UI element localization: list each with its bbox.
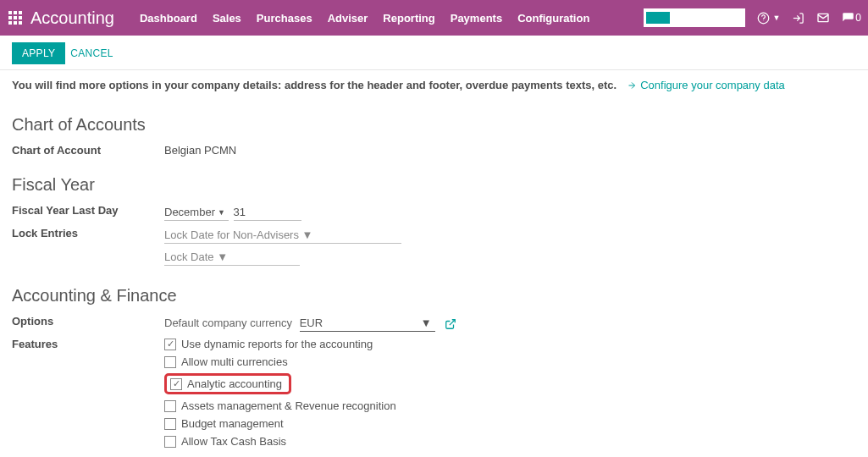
feature-label: Budget management [181, 417, 284, 430]
chart-of-account-label: Chart of Account [12, 141, 164, 157]
nav-reporting[interactable]: Reporting [383, 12, 434, 25]
help-icon[interactable]: ▼ [757, 12, 780, 25]
feature-label: Allow multi currencies [181, 355, 288, 368]
nav-menu: Dashboard Sales Purchases Adviser Report… [140, 12, 644, 25]
fiscal-day-input[interactable]: 31 [234, 204, 301, 221]
caret-down-icon: ▼ [217, 251, 228, 263]
lock-date-placeholder: Lock Date [164, 251, 214, 263]
options-label: Options [12, 312, 164, 328]
fiscal-month-select[interactable]: December ▼ [164, 204, 229, 221]
nav-configuration[interactable]: Configuration [517, 12, 589, 25]
lock-non-adv-placeholder: Lock Date for Non-Advisers [164, 228, 299, 241]
settings-content: Chart of Accounts Chart of Account Belgi… [0, 95, 868, 457]
configure-company-link[interactable]: Configure your company data [627, 79, 785, 91]
apply-button[interactable]: APPLY [12, 42, 65, 64]
feature-checkbox[interactable] [164, 339, 176, 350]
top-navbar: Accounting Dashboard Sales Purchases Adv… [0, 0, 868, 36]
currency-value: EUR [300, 317, 323, 329]
lock-entries-label: Lock Entries [12, 224, 164, 240]
nav-sales[interactable]: Sales [213, 12, 241, 25]
feature-checkbox[interactable] [164, 356, 176, 368]
lock-date-non-advisers-input[interactable]: Lock Date for Non-Advisers ▼ [164, 227, 401, 244]
nav-adviser[interactable]: Adviser [328, 12, 368, 25]
mail-icon[interactable] [816, 11, 830, 25]
signin-icon[interactable] [792, 12, 804, 25]
nav-payments[interactable]: Payments [451, 12, 502, 25]
chat-count: 0 [855, 12, 861, 24]
feature-label: Assets management & Revenue recognition [181, 399, 396, 412]
app-title: Accounting [30, 8, 114, 28]
topbar-right: ▼ 0 [644, 8, 861, 27]
feature-row: Allow multi currencies [164, 355, 856, 368]
highlighted-feature: Analytic accounting [164, 373, 291, 394]
caret-down-icon: ▼ [218, 208, 225, 217]
caret-down-icon: ▼ [302, 228, 313, 241]
fiscal-last-day-label: Fiscal Year Last Day [12, 201, 164, 217]
features-label: Features [12, 335, 164, 350]
action-buttons-row: APPLY CANCEL [0, 36, 868, 70]
feature-checkbox[interactable] [164, 436, 176, 448]
feature-label: Allow Tax Cash Basis [181, 435, 286, 448]
section-accounting-finance: Accounting & Finance [12, 286, 856, 306]
feature-row: Analytic accounting [164, 373, 856, 394]
chat-icon[interactable]: 0 [842, 12, 861, 25]
configure-company-label: Configure your company data [640, 79, 785, 91]
apps-icon[interactable] [7, 9, 24, 26]
feature-checkbox[interactable] [164, 400, 176, 412]
feature-row: Allow Tax Cash Basis [164, 435, 856, 448]
nav-dashboard[interactable]: Dashboard [140, 12, 197, 25]
external-link-icon[interactable] [445, 317, 456, 329]
chart-of-account-value: Belgian PCMN [164, 141, 856, 157]
nav-purchases[interactable]: Purchases [257, 12, 312, 25]
feature-label: Analytic accounting [187, 377, 282, 390]
section-fiscal-year: Fiscal Year [12, 175, 856, 195]
caret-down-icon: ▼ [772, 14, 780, 22]
feature-checkbox[interactable] [164, 418, 176, 430]
company-selector[interactable] [644, 8, 745, 27]
cancel-button[interactable]: CANCEL [70, 47, 113, 59]
feature-row: Use dynamic reports for the accounting [164, 338, 856, 350]
info-text: You will find more options in your compa… [12, 79, 616, 91]
caret-down-icon: ▼ [421, 317, 432, 329]
arrow-icon [627, 80, 637, 91]
info-line: You will find more options in your compa… [0, 70, 868, 95]
section-chart-of-accounts: Chart of Accounts [12, 115, 856, 135]
currency-select[interactable]: EUR ▼ [300, 315, 435, 332]
feature-row: Budget management [164, 417, 856, 430]
lock-date-input[interactable]: Lock Date ▼ [164, 249, 300, 266]
feature-checkbox[interactable] [170, 378, 182, 390]
fiscal-month-value: December [164, 206, 215, 218]
default-currency-label: Default company currency [164, 317, 292, 329]
feature-label: Use dynamic reports for the accounting [181, 338, 373, 350]
feature-row: Assets management & Revenue recognition [164, 399, 856, 412]
svg-line-5 [450, 319, 455, 324]
